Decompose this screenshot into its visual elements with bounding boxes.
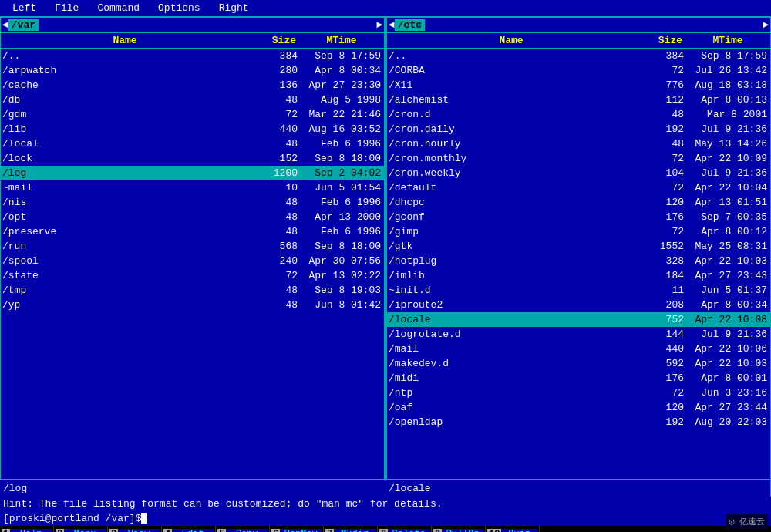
left-file-row[interactable]: /cache136Apr 27 23:30: [1, 78, 384, 93]
right-file-row[interactable]: /gconf176Sep 7 00:35: [387, 210, 770, 224]
right-file-size: 384: [635, 50, 685, 62]
left-file-mtime: Feb 6 1996: [299, 138, 384, 150]
right-file-mtime: Mar 8 2001: [685, 109, 770, 120]
right-file-mtime: Apr 22 10:03: [685, 358, 770, 369]
left-file-row[interactable]: /gdm72Mar 22 21:46: [1, 107, 384, 122]
left-file-mtime: Sep 8 18:00: [299, 241, 384, 252]
right-col-name-header: Name: [387, 35, 635, 46]
fkey-2[interactable]: 2Menu: [54, 526, 108, 532]
right-file-row[interactable]: /CORBA72Jul 26 13:42: [387, 63, 770, 78]
right-file-size: 72: [635, 387, 685, 399]
right-file-row[interactable]: /cron.daily192Jul 9 21:36: [387, 122, 770, 136]
right-file-name: /default: [387, 182, 635, 194]
left-file-row[interactable]: /log1200Sep 2 04:02: [1, 166, 384, 180]
right-file-mtime: Jul 9 21:36: [685, 328, 770, 340]
left-file-row[interactable]: /spool240Apr 30 07:56: [1, 254, 384, 268]
fkey-10[interactable]: 10Quit: [486, 526, 540, 532]
right-file-row[interactable]: /mail440Apr 22 10:06: [387, 342, 770, 356]
left-col-mtime-header: MTime: [299, 35, 384, 46]
right-file-name: /cron.weekly: [387, 167, 635, 179]
left-file-row[interactable]: /state72Apr 13 02:22: [1, 268, 384, 283]
right-file-size: 752: [635, 314, 685, 325]
menu-item-command[interactable]: Command: [88, 2, 149, 14]
fkey-bar: 1Help2Menu3View4Edit5Copy6RenMov7Mkdir8D…: [0, 526, 771, 532]
right-file-row[interactable]: /gimp72Apr 8 00:12: [387, 224, 770, 239]
fkey-label-5: Copy: [226, 529, 268, 532]
right-file-name: /openldap: [387, 416, 635, 428]
left-file-mtime: Feb 6 1996: [299, 197, 384, 208]
right-file-row[interactable]: /default72Apr 22 10:04: [387, 180, 770, 195]
fkey-3[interactable]: 3View: [108, 526, 162, 532]
fkey-9[interactable]: 9PullDn: [432, 526, 486, 532]
fkey-6[interactable]: 6RenMov: [270, 526, 324, 532]
right-file-row[interactable]: /cron.hourly48May 13 14:26: [387, 136, 770, 151]
right-file-name: /cron.monthly: [387, 153, 635, 164]
right-file-row[interactable]: /iproute2208Apr 8 00:34: [387, 298, 770, 312]
left-file-size: 568: [249, 241, 299, 252]
fkey-4[interactable]: 4Edit: [162, 526, 216, 532]
left-file-row[interactable]: /lock152Sep 8 18:00: [1, 151, 384, 166]
menu-item-right[interactable]: Right: [210, 2, 258, 14]
fkey-8[interactable]: 8Delete: [378, 526, 432, 532]
left-file-row[interactable]: /tmp48Sep 8 19:03: [1, 283, 384, 298]
left-file-name: /nis: [1, 197, 249, 208]
left-file-row[interactable]: /yp48Jun 8 01:42: [1, 298, 384, 312]
left-file-size: 48: [249, 197, 299, 208]
fkey-num-4: 4: [163, 529, 172, 532]
right-file-name: ~init.d: [387, 285, 635, 296]
right-file-row[interactable]: /gtk1552May 25 08:31: [387, 239, 770, 254]
right-file-row[interactable]: /dhcpc120Apr 13 01:51: [387, 195, 770, 210]
left-file-row[interactable]: /opt48Apr 13 2000: [1, 210, 384, 224]
right-file-row[interactable]: /midi176Apr 8 00:01: [387, 371, 770, 386]
left-file-row[interactable]: ~mail10Jun 5 01:54: [1, 180, 384, 195]
fkey-1[interactable]: 1Help: [0, 526, 54, 532]
left-file-name: ~mail: [1, 182, 249, 194]
left-file-row[interactable]: /..384Sep 8 17:59: [1, 49, 384, 63]
right-arrow-icon: ◄: [389, 19, 395, 31]
menu-item-left[interactable]: Left: [3, 2, 45, 14]
right-file-row[interactable]: /makedev.d592Apr 22 10:03: [387, 356, 770, 371]
right-file-row[interactable]: /imlib184Apr 27 23:43: [387, 268, 770, 283]
left-file-name: /gdm: [1, 109, 249, 120]
left-file-row[interactable]: /arpwatch280Apr 8 00:34: [1, 63, 384, 78]
left-file-row[interactable]: /local48Feb 6 1996: [1, 136, 384, 151]
left-file-row[interactable]: /nis48Feb 6 1996: [1, 195, 384, 210]
fkey-7[interactable]: 7Mkdir: [324, 526, 378, 532]
right-file-row[interactable]: /X11776Aug 18 03:18: [387, 78, 770, 93]
left-file-name: /state: [1, 270, 249, 281]
right-file-mtime: Jul 26 13:42: [685, 65, 770, 76]
left-file-row[interactable]: /preserve48Feb 6 1996: [1, 224, 384, 239]
right-file-row[interactable]: ~init.d11Jun 5 01:37: [387, 283, 770, 298]
right-file-row[interactable]: /openldap192Aug 20 22:03: [387, 415, 770, 429]
right-file-mtime: Jun 5 01:37: [685, 285, 770, 296]
menu-item-file[interactable]: File: [45, 2, 88, 14]
right-file-row[interactable]: /cron.d48Mar 8 2001: [387, 107, 770, 122]
fkey-label-7: Mkdir: [334, 529, 375, 532]
right-file-row[interactable]: /logrotate.d144Jul 9 21:36: [387, 327, 770, 342]
left-file-row[interactable]: /run568Sep 8 18:00: [1, 239, 384, 254]
cmd-line[interactable]: [proski@portland /var]$: [0, 510, 771, 526]
right-file-row[interactable]: /locale752Apr 22 10:08: [387, 312, 770, 327]
fkey-5[interactable]: 5Copy: [216, 526, 270, 532]
menu-item-options[interactable]: Options: [149, 2, 210, 14]
right-file-row[interactable]: /ntp72Jun 3 23:16: [387, 386, 770, 400]
left-file-mtime: Apr 8 00:34: [299, 65, 384, 76]
right-file-row[interactable]: /cron.monthly72Apr 22 10:09: [387, 151, 770, 166]
right-file-row[interactable]: /hotplug328Apr 22 10:03: [387, 254, 770, 268]
right-file-name: /locale: [387, 314, 635, 325]
right-file-name: /dhcpc: [387, 197, 635, 208]
right-file-name: /midi: [387, 372, 635, 384]
fkey-num-10: 10: [487, 529, 501, 532]
left-file-size: 440: [249, 123, 299, 135]
right-file-mtime: Apr 13 01:51: [685, 197, 770, 208]
left-file-name: /run: [1, 241, 249, 252]
left-file-mtime: Apr 13 02:22: [299, 270, 384, 281]
left-file-mtime: Apr 27 23:30: [299, 79, 384, 91]
left-file-row[interactable]: /lib440Aug 16 03:52: [1, 122, 384, 136]
left-file-row[interactable]: /db48Aug 5 1998: [1, 93, 384, 107]
right-file-row[interactable]: /oaf120Apr 27 23:44: [387, 400, 770, 415]
right-file-row[interactable]: /..384Sep 8 17:59: [387, 49, 770, 63]
right-file-row[interactable]: /alchemist112Apr 8 00:13: [387, 93, 770, 107]
right-file-mtime: Apr 22 10:06: [685, 343, 770, 355]
right-file-row[interactable]: /cron.weekly104Jul 9 21:36: [387, 166, 770, 180]
